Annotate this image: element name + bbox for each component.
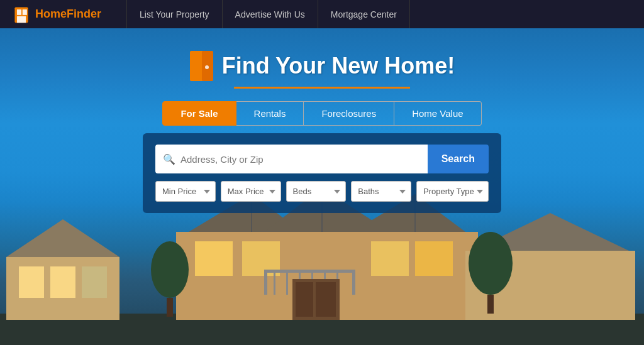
- nav-list-property[interactable]: List Your Property: [126, 0, 223, 28]
- tab-foreclosures[interactable]: Foreclosures: [304, 101, 394, 126]
- search-button[interactable]: Search: [428, 145, 489, 173]
- nav-mortgage[interactable]: Mortgage Center: [318, 0, 410, 28]
- nav-advertise[interactable]: Advertise With Us: [223, 0, 318, 28]
- logo[interactable]: HomeFinder: [13, 5, 101, 24]
- door-icon: [189, 50, 213, 82]
- svg-rect-39: [487, 295, 494, 314]
- min-price-select[interactable]: Min Price: [155, 181, 216, 202]
- hero-content: Find Your New Home! For Sale Rentals For…: [143, 28, 501, 213]
- beds-select[interactable]: Beds: [286, 181, 347, 202]
- search-input[interactable]: [180, 146, 420, 172]
- svg-point-36: [151, 241, 189, 298]
- tab-home-value[interactable]: Home Value: [394, 101, 481, 126]
- search-tabs: For Sale Rentals Foreclosures Home Value: [162, 101, 481, 126]
- svg-rect-25: [274, 270, 275, 295]
- svg-rect-26: [286, 270, 288, 295]
- svg-rect-10: [82, 266, 107, 298]
- svg-rect-1: [17, 9, 21, 15]
- filter-row: Min Price Max Price Beds Baths Property …: [155, 181, 489, 202]
- svg-rect-24: [352, 270, 355, 295]
- hero-title-container: Find Your New Home!: [189, 50, 455, 82]
- svg-point-46: [205, 65, 209, 69]
- tab-rentals[interactable]: Rentals: [236, 101, 304, 126]
- search-box: 🔍 Search Min Price Max Price Beds Baths: [143, 133, 501, 213]
- baths-select[interactable]: Baths: [351, 181, 411, 202]
- search-icon: 🔍: [163, 153, 175, 165]
- svg-rect-2: [23, 9, 27, 15]
- search-input-row: 🔍 Search: [155, 145, 489, 173]
- hero-title: Find Your New Home!: [222, 53, 455, 79]
- logo-icon: [13, 5, 30, 24]
- svg-rect-41: [50, 266, 75, 298]
- svg-rect-37: [167, 298, 173, 317]
- hero-underline: [234, 87, 410, 89]
- svg-rect-20: [371, 241, 409, 276]
- navbar: HomeFinder List Your Property Advertise …: [0, 0, 644, 28]
- svg-rect-3: [17, 16, 26, 23]
- max-price-select[interactable]: Max Price: [221, 181, 281, 202]
- hero-section: Find Your New Home! For Sale Rentals For…: [0, 28, 644, 345]
- nav-links: List Your Property Advertise With Us Mor…: [126, 0, 410, 28]
- svg-rect-23: [264, 270, 267, 295]
- svg-rect-40: [19, 266, 44, 298]
- svg-rect-43: [415, 241, 453, 276]
- svg-rect-33: [316, 282, 336, 317]
- svg-rect-42: [195, 241, 233, 276]
- logo-text: HomeFinder: [35, 8, 101, 21]
- svg-rect-32: [296, 282, 313, 317]
- property-type-select[interactable]: Property Type: [416, 181, 489, 202]
- tab-for-sale[interactable]: For Sale: [162, 101, 236, 126]
- svg-rect-22: [264, 270, 355, 273]
- search-input-wrapper: 🔍: [155, 145, 428, 173]
- svg-point-38: [469, 232, 513, 295]
